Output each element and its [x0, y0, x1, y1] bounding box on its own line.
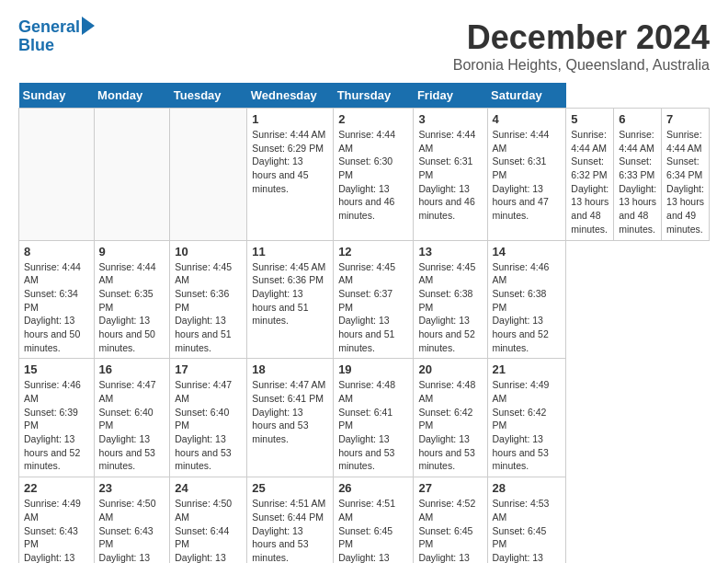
calendar-cell: 5Sunrise: 4:44 AMSunset: 6:32 PMDaylight… [566, 109, 614, 241]
calendar-cell: 14Sunrise: 4:46 AMSunset: 6:38 PMDayligh… [487, 240, 566, 359]
calendar-table: SundayMondayTuesdayWednesdayThursdayFrid… [18, 83, 710, 563]
header-thursday: Thursday [334, 83, 414, 109]
calendar-week-row: 8Sunrise: 4:44 AMSunset: 6:34 PMDaylight… [19, 240, 710, 359]
calendar-cell: 8Sunrise: 4:44 AMSunset: 6:34 PMDaylight… [19, 240, 95, 359]
calendar-cell [19, 109, 95, 241]
calendar-cell: 25Sunrise: 4:51 AMSunset: 6:44 PMDayligh… [247, 477, 334, 563]
day-number: 14 [493, 245, 562, 259]
header-sunday: Sunday [19, 83, 95, 109]
day-info: Sunrise: 4:46 AMSunset: 6:39 PMDaylight:… [24, 378, 89, 473]
day-number: 24 [175, 481, 242, 495]
location-title: Boronia Heights, Queensland, Australia [453, 57, 710, 74]
calendar-cell: 16Sunrise: 4:47 AMSunset: 6:40 PMDayligh… [94, 359, 170, 477]
calendar-cell: 2Sunrise: 4:44 AMSunset: 6:30 PMDaylight… [334, 109, 414, 241]
day-number: 15 [24, 362, 89, 376]
day-info: Sunrise: 4:44 AMSunset: 6:32 PMDaylight:… [571, 128, 609, 236]
calendar-cell [170, 109, 247, 241]
calendar-week-row: 15Sunrise: 4:46 AMSunset: 6:39 PMDayligh… [19, 359, 710, 477]
day-number: 23 [99, 481, 165, 495]
day-info: Sunrise: 4:44 AMSunset: 6:31 PMDaylight:… [418, 128, 482, 223]
day-info: Sunrise: 4:46 AMSunset: 6:38 PMDaylight:… [493, 260, 562, 355]
day-number: 11 [252, 245, 328, 259]
day-info: Sunrise: 4:45 AMSunset: 6:38 PMDaylight:… [418, 260, 482, 355]
calendar-cell: 18Sunrise: 4:47 AMSunset: 6:41 PMDayligh… [247, 359, 334, 477]
title-section: December 2024 Boronia Heights, Queenslan… [453, 18, 710, 74]
calendar-cell: 13Sunrise: 4:45 AMSunset: 6:38 PMDayligh… [414, 240, 487, 359]
day-number: 16 [99, 362, 165, 376]
day-number: 1 [252, 112, 328, 126]
day-number: 5 [571, 112, 609, 126]
header-saturday: Saturday [487, 83, 566, 109]
calendar-cell: 6Sunrise: 4:44 AMSunset: 6:33 PMDaylight… [614, 109, 662, 241]
day-info: Sunrise: 4:47 AMSunset: 6:40 PMDaylight:… [175, 378, 242, 473]
logo-text: General [18, 18, 80, 37]
logo-text2: Blue [18, 37, 54, 55]
day-info: Sunrise: 4:44 AMSunset: 6:35 PMDaylight:… [99, 260, 165, 355]
day-info: Sunrise: 4:48 AMSunset: 6:42 PMDaylight:… [418, 378, 482, 473]
day-info: Sunrise: 4:45 AMSunset: 6:37 PMDaylight:… [338, 260, 408, 355]
day-number: 20 [418, 362, 482, 376]
day-number: 25 [252, 481, 328, 495]
day-info: Sunrise: 4:51 AMSunset: 6:45 PMDaylight:… [338, 497, 408, 563]
header-tuesday: Tuesday [170, 83, 247, 109]
day-number: 17 [175, 362, 242, 376]
day-info: Sunrise: 4:45 AMSunset: 6:36 PMDaylight:… [175, 260, 242, 355]
day-info: Sunrise: 4:49 AMSunset: 6:42 PMDaylight:… [493, 378, 562, 473]
day-number: 28 [493, 481, 562, 495]
day-number: 6 [619, 112, 656, 126]
calendar-cell: 22Sunrise: 4:49 AMSunset: 6:43 PMDayligh… [19, 477, 95, 563]
day-info: Sunrise: 4:44 AMSunset: 6:33 PMDaylight:… [619, 128, 656, 236]
day-number: 9 [99, 245, 165, 259]
day-info: Sunrise: 4:45 AMSunset: 6:36 PMDaylight:… [252, 260, 328, 327]
calendar-cell: 24Sunrise: 4:50 AMSunset: 6:44 PMDayligh… [170, 477, 247, 563]
day-number: 3 [418, 112, 482, 126]
day-number: 27 [418, 481, 482, 495]
calendar-cell: 27Sunrise: 4:52 AMSunset: 6:45 PMDayligh… [414, 477, 487, 563]
day-info: Sunrise: 4:51 AMSunset: 6:44 PMDaylight:… [252, 497, 328, 563]
day-number: 2 [338, 112, 408, 126]
calendar-week-row: 22Sunrise: 4:49 AMSunset: 6:43 PMDayligh… [19, 477, 710, 563]
calendar-cell: 4Sunrise: 4:44 AMSunset: 6:31 PMDaylight… [487, 109, 566, 241]
day-info: Sunrise: 4:44 AMSunset: 6:31 PMDaylight:… [493, 128, 562, 223]
header-monday: Monday [94, 83, 170, 109]
day-info: Sunrise: 4:47 AMSunset: 6:40 PMDaylight:… [99, 378, 165, 473]
day-info: Sunrise: 4:49 AMSunset: 6:43 PMDaylight:… [24, 497, 89, 563]
day-info: Sunrise: 4:44 AMSunset: 6:34 PMDaylight:… [666, 128, 704, 236]
day-number: 19 [338, 362, 408, 376]
day-number: 8 [24, 245, 89, 259]
day-info: Sunrise: 4:47 AMSunset: 6:41 PMDaylight:… [252, 378, 328, 445]
calendar-cell: 7Sunrise: 4:44 AMSunset: 6:34 PMDaylight… [662, 109, 710, 241]
month-title: December 2024 [453, 18, 710, 57]
calendar-cell: 15Sunrise: 4:46 AMSunset: 6:39 PMDayligh… [19, 359, 95, 477]
day-info: Sunrise: 4:50 AMSunset: 6:43 PMDaylight:… [99, 497, 165, 563]
day-number: 22 [24, 481, 89, 495]
calendar-cell [94, 109, 170, 241]
day-number: 12 [338, 245, 408, 259]
calendar-cell: 20Sunrise: 4:48 AMSunset: 6:42 PMDayligh… [414, 359, 487, 477]
header-friday: Friday [414, 83, 487, 109]
calendar-cell: 21Sunrise: 4:49 AMSunset: 6:42 PMDayligh… [487, 359, 566, 477]
logo: General Blue [18, 18, 95, 55]
calendar-cell: 11Sunrise: 4:45 AMSunset: 6:36 PMDayligh… [247, 240, 334, 359]
calendar-cell: 3Sunrise: 4:44 AMSunset: 6:31 PMDaylight… [414, 109, 487, 241]
day-info: Sunrise: 4:52 AMSunset: 6:45 PMDaylight:… [418, 497, 482, 563]
calendar-cell: 10Sunrise: 4:45 AMSunset: 6:36 PMDayligh… [170, 240, 247, 359]
day-info: Sunrise: 4:50 AMSunset: 6:44 PMDaylight:… [175, 497, 242, 563]
calendar-header-row: SundayMondayTuesdayWednesdayThursdayFrid… [19, 83, 710, 109]
calendar-week-row: 1Sunrise: 4:44 AMSunset: 6:29 PMDaylight… [19, 109, 710, 241]
day-number: 10 [175, 245, 242, 259]
calendar-cell: 28Sunrise: 4:53 AMSunset: 6:45 PMDayligh… [487, 477, 566, 563]
day-number: 18 [252, 362, 328, 376]
calendar-cell: 9Sunrise: 4:44 AMSunset: 6:35 PMDaylight… [94, 240, 170, 359]
calendar-cell: 17Sunrise: 4:47 AMSunset: 6:40 PMDayligh… [170, 359, 247, 477]
day-number: 13 [418, 245, 482, 259]
day-info: Sunrise: 4:48 AMSunset: 6:41 PMDaylight:… [338, 378, 408, 473]
day-number: 21 [493, 362, 562, 376]
calendar-cell: 12Sunrise: 4:45 AMSunset: 6:37 PMDayligh… [334, 240, 414, 359]
header-wednesday: Wednesday [247, 83, 334, 109]
day-number: 26 [338, 481, 408, 495]
day-number: 7 [666, 112, 704, 126]
logo-arrow-icon [82, 17, 95, 35]
day-number: 4 [493, 112, 562, 126]
calendar-cell: 26Sunrise: 4:51 AMSunset: 6:45 PMDayligh… [334, 477, 414, 563]
